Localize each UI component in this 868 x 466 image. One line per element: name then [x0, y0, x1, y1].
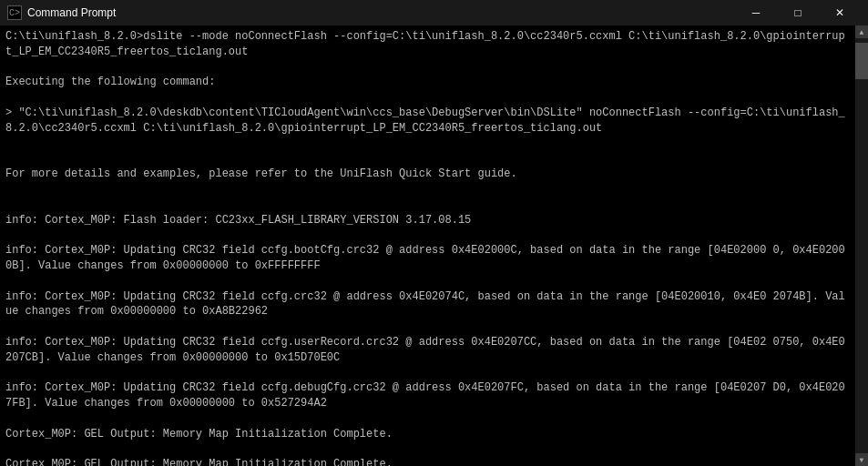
window-title: Command Prompt — [27, 6, 735, 19]
terminal-line: info: Cortex_M0P: Updating CRC32 field c… — [5, 335, 850, 366]
terminal-line: info: Cortex_M0P: Updating CRC32 field c… — [5, 380, 850, 411]
close-button[interactable]: ✕ — [819, 0, 861, 25]
terminal-output[interactable]: C:\ti\uniflash_8.2.0>dslite --mode noCon… — [0, 25, 855, 466]
title-bar: C> Command Prompt ─ □ ✕ — [0, 0, 868, 25]
window: C> Command Prompt ─ □ ✕ C:\ti\uniflash_8… — [0, 0, 868, 466]
content-area: C:\ti\uniflash_8.2.0>dslite --mode noCon… — [0, 25, 868, 466]
window-controls: ─ □ ✕ — [735, 0, 861, 25]
minimize-button[interactable]: ─ — [735, 0, 777, 25]
terminal-line: info: Cortex_M0P: Updating CRC32 field c… — [5, 243, 850, 274]
terminal-line: For more details and examples, please re… — [5, 167, 850, 182]
scrollbar-thumb[interactable] — [855, 43, 868, 79]
scroll-down-button[interactable]: ▼ — [855, 453, 868, 466]
terminal-line: Cortex_M0P: GEL Output: Memory Map Initi… — [5, 427, 850, 442]
terminal-line: > "C:\ti\uniflash_8.2.0\deskdb\content\T… — [5, 106, 850, 137]
terminal-line: Executing the following command: — [5, 75, 850, 90]
scrollbar-track[interactable] — [855, 38, 868, 453]
scrollbar[interactable]: ▲ ▼ — [855, 25, 868, 466]
scroll-up-button[interactable]: ▲ — [855, 25, 868, 38]
terminal-line: C:\ti\uniflash_8.2.0>dslite --mode noCon… — [5, 29, 850, 60]
terminal-line: info: Cortex_M0P: Updating CRC32 field c… — [5, 289, 850, 320]
maximize-button[interactable]: □ — [777, 0, 819, 25]
terminal-line: info: Cortex_M0P: Flash loader: CC23xx_F… — [5, 213, 850, 228]
terminal-line: Cortex_M0P: GEL Output: Memory Map Initi… — [5, 457, 850, 466]
window-icon: C> — [7, 5, 22, 20]
